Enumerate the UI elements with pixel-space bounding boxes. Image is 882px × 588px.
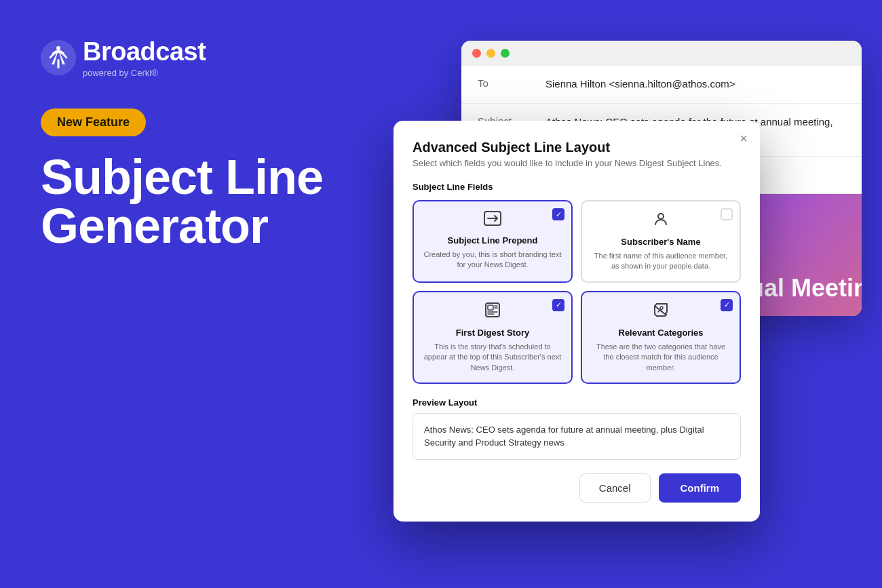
fields-section-label: Subject Line Fields (413, 182, 741, 192)
svg-rect-9 (488, 305, 493, 310)
modal-title: Advanced Subject Line Layout (413, 140, 741, 155)
svg-point-7 (658, 214, 664, 219)
categories-desc: These are the two categories that have t… (592, 342, 730, 373)
field-card-first-digest-story[interactable]: ✓ First Digest Story This is the story t… (413, 291, 573, 384)
story-desc: This is the story that's scheduled to ap… (423, 342, 562, 373)
field-card-relevant-categories[interactable]: ✓ Relevant Categories These are the two … (581, 291, 741, 384)
modal-actions: Cancel Confirm (413, 473, 741, 503)
subscriber-desc: The first name of this audience member, … (592, 251, 730, 272)
prepend-title: Subject Line Prepend (423, 235, 562, 246)
story-icon (423, 302, 562, 322)
modal-dialog: × Advanced Subject Line Layout Select wh… (394, 121, 760, 522)
checkbox-first-digest-story[interactable]: ✓ (552, 299, 564, 311)
subscriber-title: Subscriber's Name (592, 237, 730, 247)
modal-close-button[interactable]: × (740, 132, 748, 145)
prepend-icon (423, 211, 562, 230)
preview-label: Preview Layout (413, 397, 741, 408)
checkbox-subject-line-prepend[interactable]: ✓ (552, 208, 564, 220)
checkbox-relevant-categories[interactable]: ✓ (721, 299, 733, 311)
field-card-subject-line-prepend[interactable]: ✓ Subject Line Prepend Created by you, t… (413, 200, 573, 283)
preview-box: Athos News: CEO sets agenda for future a… (413, 413, 741, 460)
field-card-subscribers-name[interactable]: Subscriber's Name The first name of this… (581, 200, 741, 283)
subscriber-icon (592, 211, 730, 231)
confirm-button[interactable]: Confirm (659, 473, 742, 503)
prepend-desc: Created by you, this is short branding t… (423, 250, 562, 271)
cancel-button[interactable]: Cancel (579, 473, 651, 503)
modal-overlay: × Advanced Subject Line Layout Select wh… (0, 0, 882, 588)
categories-icon (592, 302, 730, 322)
fields-grid: ✓ Subject Line Prepend Created by you, t… (413, 200, 741, 384)
modal-subtitle: Select which fields you would like to in… (413, 158, 741, 168)
checkbox-subscribers-name[interactable] (721, 208, 733, 220)
categories-title: Relevant Categories (592, 328, 730, 338)
svg-point-14 (660, 307, 663, 309)
story-title: First Digest Story (423, 328, 562, 338)
